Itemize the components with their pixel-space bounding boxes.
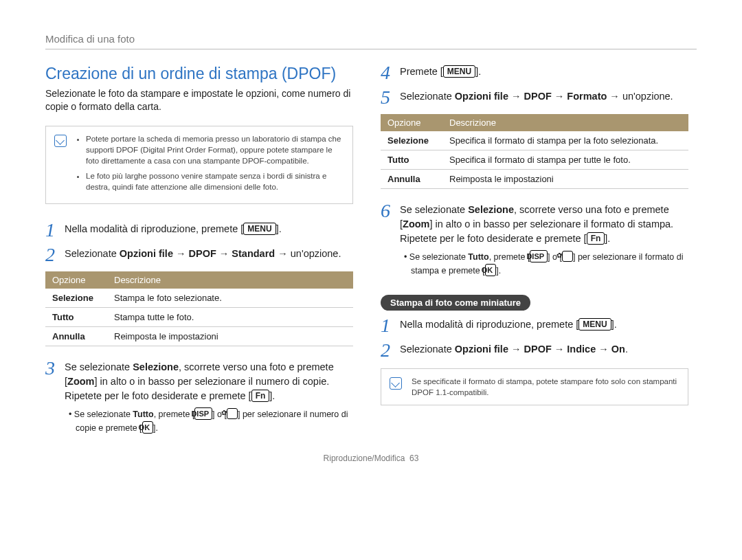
step-body: Se selezionate Selezione, scorrete verso… bbox=[400, 203, 688, 277]
table-cell: Stampa le foto selezionate. bbox=[107, 289, 353, 308]
table-head: Opzione bbox=[381, 114, 442, 131]
step-number: 1 bbox=[381, 316, 400, 335]
step-body: Selezionate Opzioni file → DPOF → Standa… bbox=[65, 247, 353, 265]
note-icon bbox=[390, 377, 402, 390]
table-cell: Reimposta le impostazioni bbox=[442, 170, 688, 189]
menu-key: MENU bbox=[443, 65, 475, 78]
note-box-1: Potete portare la scheda di memoria pres… bbox=[45, 126, 353, 204]
macro-icon bbox=[227, 408, 238, 419]
disp-key: DISP bbox=[530, 250, 548, 262]
sub-bullet: Se selezionate Tutto, premete [DISP] o [… bbox=[65, 407, 353, 434]
step-number: 5 bbox=[381, 88, 400, 107]
step-body: Premete [MENU]. bbox=[400, 65, 688, 82]
subsection-pill: Stampa di foto come miniature bbox=[381, 295, 530, 311]
table-head: Opzione bbox=[45, 271, 107, 289]
page-header: Modifica di una foto bbox=[45, 33, 697, 45]
ok-key: OK bbox=[142, 421, 154, 434]
table-cell: Selezione bbox=[45, 289, 107, 308]
table-cell: Annulla bbox=[45, 327, 107, 346]
table-cell: Tutto bbox=[381, 150, 442, 170]
step-body: Se selezionate Selezione, scorrete verso… bbox=[65, 360, 353, 434]
note1-item: Le foto più larghe possono venire stampa… bbox=[86, 170, 343, 192]
table-cell: Specifica il formato di stampa per tutte… bbox=[442, 150, 688, 170]
macro-icon bbox=[562, 251, 573, 262]
intro-text: Selezionate le foto da stampare e impost… bbox=[45, 87, 353, 113]
table-cell: Selezione bbox=[381, 131, 442, 150]
table-head: Descrizione bbox=[442, 114, 688, 131]
page-footer: Riproduzione/Modifica 63 bbox=[45, 453, 697, 463]
step-number: 2 bbox=[381, 341, 400, 360]
right-column: 4 Premete [MENU]. 5 Selezionate Opzioni … bbox=[381, 65, 688, 441]
step-body: Selezionate Opzioni file → DPOF → Indice… bbox=[400, 342, 688, 360]
table-cell: Reimposta le impostazioni bbox=[107, 327, 353, 346]
step-number: 3 bbox=[45, 359, 65, 434]
step-number: 4 bbox=[381, 63, 400, 82]
fn-key: Fn bbox=[251, 390, 270, 402]
table-head: Descrizione bbox=[107, 271, 353, 289]
note1-item: Potete portare la scheda di memoria pres… bbox=[86, 133, 343, 166]
disp-key: DISP bbox=[194, 407, 212, 420]
options-table-left: Opzione Descrizione Selezione Stampa le … bbox=[45, 271, 353, 346]
section-title: Creazione di un ordine di stampa (DPOF) bbox=[45, 65, 353, 83]
step-body: Nella modalità di riproduzione, premete … bbox=[65, 222, 353, 240]
left-column: Creazione di un ordine di stampa (DPOF) … bbox=[45, 65, 353, 441]
note-icon bbox=[54, 135, 67, 147]
menu-key: MENU bbox=[578, 318, 611, 331]
table-cell: Annulla bbox=[381, 170, 442, 189]
menu-key: MENU bbox=[243, 223, 276, 235]
header-divider bbox=[45, 49, 697, 49]
fn-key: Fn bbox=[587, 232, 605, 245]
options-table-right: Opzione Descrizione Selezione Specifica … bbox=[381, 114, 688, 189]
note-box-2: Se specificate il formato di stampa, pot… bbox=[381, 368, 688, 405]
step-number: 6 bbox=[381, 201, 400, 277]
ok-key: OK bbox=[485, 264, 497, 276]
table-cell: Tutto bbox=[45, 308, 107, 327]
sub-bullet: Se selezionate Tutto, premete [DISP] o [… bbox=[400, 250, 688, 277]
step-number: 1 bbox=[45, 221, 65, 240]
step-body: Nella modalità di riproduzione, premete … bbox=[400, 317, 688, 335]
table-cell: Specifica il formato di stampa per la fo… bbox=[442, 131, 688, 150]
step-body: Selezionate Opzioni file → DPOF → Format… bbox=[400, 89, 688, 107]
table-cell: Stampa tutte le foto. bbox=[107, 308, 353, 327]
step-number: 2 bbox=[45, 245, 65, 265]
